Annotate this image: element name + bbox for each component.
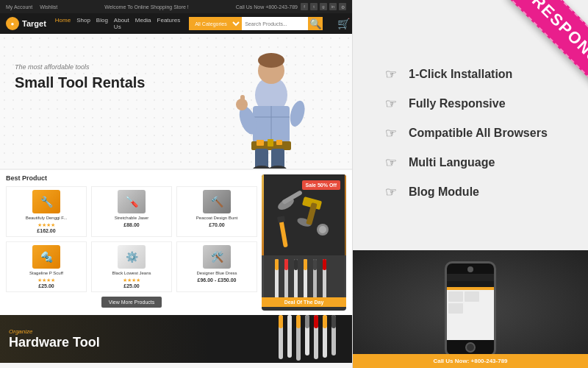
svg-rect-34 [294, 259, 298, 270]
svg-rect-54 [331, 315, 336, 328]
svg-rect-14 [255, 149, 268, 169]
twitter-icon[interactable]: t [310, 3, 318, 10]
best-product-title: Best Product [6, 174, 257, 182]
side-banner: Sale 50% Off [262, 174, 346, 311]
hero-man-figure [231, 40, 312, 169]
wishlist-link[interactable]: Wishlist [40, 4, 57, 10]
product-name-6: Designer Blue Dress [196, 271, 237, 276]
logo: ● Target [6, 17, 46, 30]
product-card-2: 🪛 Stretchable Jaser £88.00 [91, 186, 172, 237]
phone-screen [447, 274, 494, 340]
svg-rect-46 [296, 315, 301, 328]
social-icons: f t g in ⚙ [301, 3, 346, 10]
product-price-6: £96.00 - £350.00 [198, 277, 237, 283]
nav-links: Home Shop Blog About Us Media Features [55, 17, 180, 30]
products-row-2: 🔩 Stageline P Scuff ★★★★ £25.00 ⚙️ Black… [6, 241, 257, 292]
hero-content: The most affordable tools Small Tool Ren… [15, 63, 145, 91]
product-card-4: 🔩 Stageline P Scuff ★★★★ £25.00 [6, 241, 87, 292]
topbar-right: Call Us Now +800-243-789 f t g in ⚙ [236, 3, 346, 10]
svg-rect-50 [314, 315, 318, 328]
product-image-3: 🔨 [203, 190, 231, 213]
view-more-button[interactable]: View More Products [101, 297, 162, 308]
hero-subtitle: The most affordable tools [15, 63, 145, 71]
product-stars-5: ★★★★ [123, 277, 140, 283]
svg-rect-13 [276, 140, 282, 145]
svg-rect-30 [275, 259, 279, 270]
product-stars-1: ★★★★ [37, 222, 55, 228]
feature-icon-1: ☞ [382, 66, 400, 82]
side-banner-image: Sale 50% Off [262, 174, 346, 255]
svg-rect-52 [323, 315, 327, 328]
svg-rect-48 [305, 315, 309, 328]
product-image-6: 🛠️ [203, 245, 231, 269]
products-row-1: 🔧 Beautifuly Denggi F... ★★★★ £162.00 🪛 … [6, 186, 257, 237]
nav-media[interactable]: Media [135, 17, 151, 30]
search-button[interactable]: 🔍 [308, 17, 323, 30]
product-price-3: £70.00 [209, 222, 224, 227]
top-bar: My Account Wishlist Welcome To Online Sh… [0, 0, 352, 13]
googleplus-icon[interactable]: g [320, 3, 327, 10]
svg-rect-11 [257, 140, 264, 146]
nav-home[interactable]: Home [55, 17, 71, 30]
product-price-5: £25.00 [123, 283, 139, 289]
call-bar: Call Us Now: +800-243-789 [353, 354, 588, 368]
svg-rect-12 [268, 139, 273, 146]
category-select[interactable]: All Categories [189, 17, 242, 30]
product-image-4: 🔩 [32, 245, 60, 269]
logo-text: Target [22, 19, 46, 28]
product-image-2: 🪛 [118, 190, 146, 213]
hero-section: The most affordable tools Small Tool Ren… [0, 34, 352, 170]
settings-icon[interactable]: ⚙ [339, 3, 346, 10]
product-name-5: Black Lowest Jeans [112, 271, 151, 276]
svg-rect-9 [240, 95, 245, 105]
right-panel: RESPONSIVE ☞ 1-Click Installation ☞ Full… [353, 0, 588, 368]
feature-icon-4: ☞ [382, 155, 400, 171]
svg-rect-32 [284, 259, 288, 270]
my-account-link[interactable]: My Account [6, 4, 32, 10]
svg-rect-38 [313, 259, 317, 270]
product-name-2: Stretchable Jaser [115, 216, 149, 221]
product-name-1: Beautifuly Denggi F... [26, 216, 68, 221]
svg-point-2 [258, 53, 284, 68]
hero-title: Small Tool Rentals [15, 74, 145, 91]
svg-rect-42 [279, 315, 283, 328]
responsive-ribbon: RESPONSIVE [507, 0, 588, 110]
website-preview: My Account Wishlist Welcome To Online Sh… [0, 0, 353, 368]
bottom-text: Organize Hardware Tool [9, 328, 100, 350]
nav-blog[interactable]: Blog [96, 17, 108, 30]
nav-bar: ● Target Home Shop Blog About Us Media F… [0, 13, 352, 34]
responsive-ribbon-container: RESPONSIVE [470, 0, 588, 140]
feature-icon-2: ☞ [382, 96, 400, 112]
bottom-subtitle: Organize [9, 328, 100, 335]
feature-text-4: Multi Language [409, 156, 495, 169]
product-price-1: £162.00 [37, 228, 55, 233]
feature-item-5: ☞ Blog Module [382, 184, 566, 200]
phone-camera [467, 266, 473, 272]
feature-item-4: ☞ Multi Language [382, 155, 566, 171]
products-area: Best Product 🔧 Beautifuly Denggi F... ★★… [0, 170, 352, 315]
svg-rect-15 [271, 149, 284, 169]
facebook-icon[interactable]: f [301, 3, 308, 10]
linkedin-icon[interactable]: in [329, 3, 337, 10]
feature-text-5: Blog Module [409, 185, 479, 199]
phone-mockup [445, 261, 496, 357]
nav-about[interactable]: About Us [114, 17, 129, 30]
svg-rect-40 [323, 259, 326, 270]
bottom-screwdrivers-svg [275, 315, 348, 363]
nav-shop[interactable]: Shop [76, 17, 90, 30]
screwdriver-image: Deal Of The Day [262, 255, 346, 307]
sale-badge: Sale 50% Off [302, 180, 340, 190]
search-input[interactable] [242, 17, 308, 30]
topbar-phone: Call Us Now +800-243-789 [236, 4, 298, 10]
product-price-2: £88.00 [123, 222, 139, 227]
products-left: Best Product 🔧 Beautifuly Denggi F... ★★… [6, 174, 257, 311]
topbar-center-text: Welcome To Online Shopping Store ! [104, 4, 189, 10]
phone-home-button [465, 342, 476, 353]
feature-icon-3: ☞ [382, 125, 400, 141]
cart-icon[interactable]: 🛒 [337, 18, 350, 29]
phone-content [447, 281, 494, 340]
logo-icon: ● [6, 17, 19, 30]
nav-features[interactable]: Features [157, 17, 181, 30]
phone-section: Call Us Now: +800-243-789 [353, 250, 588, 368]
product-name-3: Peacoat Design Bunt [196, 216, 237, 221]
